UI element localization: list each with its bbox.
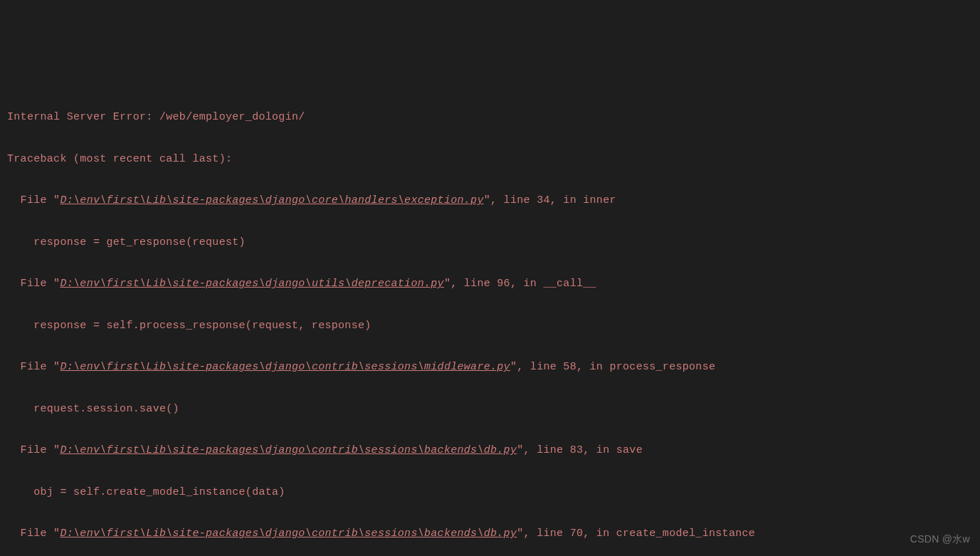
file-path: D:\env\first\Lib\site-packages\django\co…	[60, 194, 483, 206]
traceback-frame: File "D:\env\first\Lib\site-packages\dja…	[7, 440, 973, 461]
file-path: D:\env\first\Lib\site-packages\django\ut…	[60, 278, 443, 290]
traceback-frame: File "D:\env\first\Lib\site-packages\dja…	[7, 357, 973, 377]
traceback-frame: File "D:\env\first\Lib\site-packages\dja…	[7, 523, 973, 544]
traceback-code: response = get_response(request)	[7, 232, 973, 253]
traceback-code: response = self.process_response(request…	[7, 315, 973, 336]
file-path: D:\env\first\Lib\site-packages\django\co…	[60, 361, 510, 373]
watermark: CSDN @水w	[910, 530, 970, 549]
traceback-code: obj = self.create_model_instance(data)	[7, 482, 973, 503]
file-path: D:\env\first\Lib\site-packages\django\co…	[60, 528, 517, 540]
traceback-frame: File "D:\env\first\Lib\site-packages\dja…	[7, 190, 973, 211]
file-path: D:\env\first\Lib\site-packages\django\co…	[60, 444, 517, 456]
terminal-output: Internal Server Error: /web/employer_dol…	[7, 86, 973, 556]
traceback-code: request.session.save()	[7, 399, 973, 419]
traceback-frame: File "D:\env\first\Lib\site-packages\dja…	[7, 273, 973, 294]
error-header: Internal Server Error: /web/employer_dol…	[7, 107, 973, 127]
traceback-label: Traceback (most recent call last):	[7, 149, 973, 169]
